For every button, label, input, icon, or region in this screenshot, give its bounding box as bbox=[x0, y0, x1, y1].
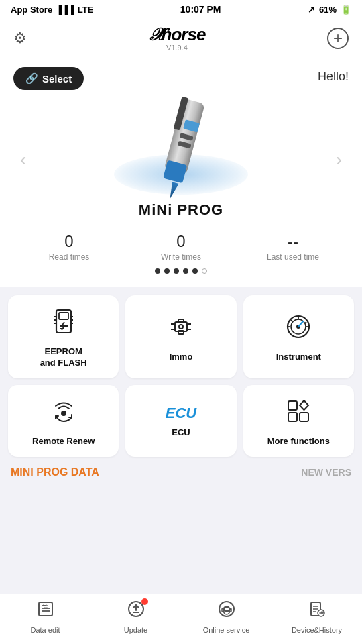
function-immo[interactable]: Immo bbox=[125, 295, 236, 378]
svg-point-24 bbox=[179, 325, 183, 329]
stats-row: 0 Read times 0 Write times -- Last used … bbox=[13, 232, 349, 262]
nav-update[interactable]: Update bbox=[90, 600, 181, 635]
app-header: ⚙ 𝒳horse V1.9.4 + bbox=[0, 19, 362, 60]
functions-grid: EEPROMand FLASH Immo bbox=[8, 295, 354, 457]
instrument-label: Instrument bbox=[276, 352, 321, 363]
battery-label: 61% bbox=[319, 5, 337, 15]
status-bar: App Store ▐▐▐ LTE 10:07 PM ↗ 61% 🔋 bbox=[0, 0, 362, 19]
update-icon bbox=[127, 600, 145, 623]
update-label: Update bbox=[124, 626, 147, 635]
functions-section: EEPROMand FLASH Immo bbox=[0, 287, 362, 462]
bottom-nav: FF FF Data edit Update bbox=[0, 594, 362, 644]
svg-rect-17 bbox=[175, 322, 187, 331]
settings-icon[interactable]: ⚙ bbox=[13, 30, 27, 47]
device-history-icon bbox=[308, 600, 326, 623]
data-section: MINI PROG DATA NEW VERS bbox=[0, 462, 362, 484]
remote-icon bbox=[50, 397, 78, 429]
nav-data-edit[interactable]: FF FF Data edit bbox=[0, 600, 90, 635]
online-service-label: Online service bbox=[203, 626, 250, 635]
svg-rect-18 bbox=[178, 319, 184, 323]
new-version-label[interactable]: NEW VERS bbox=[301, 467, 351, 478]
last-used-label: Last used time bbox=[267, 252, 319, 262]
eeprom-icon bbox=[50, 307, 78, 339]
battery-icon: 🔋 bbox=[341, 5, 351, 15]
carousel-dots bbox=[13, 268, 349, 274]
svg-rect-36 bbox=[288, 413, 297, 421]
nav-device-history[interactable]: Device&History bbox=[272, 600, 362, 635]
svg-marker-5 bbox=[168, 182, 179, 200]
remote-label: Remote Renew bbox=[32, 436, 95, 447]
dot-4[interactable] bbox=[183, 268, 188, 274]
dot-3[interactable] bbox=[174, 268, 179, 274]
write-times-stat: 0 Write times bbox=[125, 232, 237, 262]
dot-1[interactable] bbox=[155, 268, 160, 274]
online-service-icon bbox=[217, 600, 236, 623]
nav-online-service[interactable]: Online service bbox=[181, 600, 272, 635]
device-history-label: Device&History bbox=[292, 626, 342, 635]
read-times-label: Read times bbox=[49, 252, 90, 262]
data-edit-icon: FF FF bbox=[36, 600, 55, 623]
instrument-icon bbox=[284, 313, 312, 345]
svg-rect-35 bbox=[288, 401, 297, 410]
prev-device-arrow[interactable]: ‹ bbox=[20, 149, 26, 170]
more-label: More functions bbox=[267, 436, 330, 447]
svg-rect-8 bbox=[59, 313, 68, 319]
svg-rect-37 bbox=[300, 413, 308, 421]
network-type: LTE bbox=[78, 5, 94, 15]
mini-prog-data-title: MINI PROG DATA bbox=[11, 466, 99, 478]
device-pen-image bbox=[144, 96, 218, 200]
svg-rect-19 bbox=[178, 331, 184, 334]
device-image bbox=[94, 94, 268, 201]
svg-line-28 bbox=[298, 321, 303, 327]
update-badge bbox=[141, 598, 148, 605]
svg-line-30 bbox=[305, 322, 306, 323]
ecu-label: ECU bbox=[172, 427, 190, 439]
more-icon bbox=[284, 397, 312, 429]
device-card: 🔗 Select Hello! ‹ › bbox=[0, 60, 362, 287]
app-logo: 𝒳horse bbox=[149, 24, 206, 45]
read-times-value: 0 bbox=[64, 232, 73, 251]
function-more[interactable]: More functions bbox=[243, 385, 354, 457]
immo-label: Immo bbox=[170, 352, 193, 363]
data-edit-label: Data edit bbox=[30, 626, 60, 635]
function-eeprom[interactable]: EEPROMand FLASH bbox=[8, 295, 119, 378]
version-label: V1.9.4 bbox=[166, 44, 188, 52]
immo-icon bbox=[167, 313, 195, 345]
dot-6[interactable] bbox=[202, 268, 207, 274]
eeprom-label: EEPROMand FLASH bbox=[40, 346, 87, 369]
status-time: 10:07 PM bbox=[180, 4, 221, 15]
function-ecu[interactable]: ECU ECU bbox=[125, 385, 236, 457]
last-used-value: -- bbox=[288, 232, 298, 251]
location-icon: ↗ bbox=[308, 5, 315, 15]
function-instrument[interactable]: Instrument bbox=[243, 295, 354, 378]
dot-2[interactable] bbox=[164, 268, 170, 274]
ecu-icon: ECU bbox=[166, 406, 196, 421]
write-times-label: Write times bbox=[161, 252, 201, 262]
read-times-stat: 0 Read times bbox=[13, 232, 125, 262]
svg-line-33 bbox=[291, 320, 292, 321]
logo-area: 𝒳horse V1.9.4 bbox=[149, 24, 206, 52]
select-button[interactable]: 🔗 Select bbox=[13, 67, 84, 90]
next-device-arrow[interactable]: › bbox=[336, 149, 342, 170]
dot-5[interactable] bbox=[192, 268, 198, 274]
last-used-stat: -- Last used time bbox=[237, 232, 349, 262]
function-remote[interactable]: Remote Renew bbox=[8, 385, 119, 457]
hello-text: Hello! bbox=[318, 70, 349, 84]
svg-text:FF: FF bbox=[43, 606, 47, 610]
device-name: MiNi PROG bbox=[139, 201, 223, 219]
svg-point-34 bbox=[61, 411, 66, 416]
device-visual: ‹ › bbox=[13, 94, 349, 225]
app-store-label: App Store bbox=[11, 5, 52, 15]
link-icon: 🔗 bbox=[25, 72, 38, 85]
signal-icon: ▐▐▐ bbox=[56, 5, 74, 15]
add-button[interactable]: + bbox=[327, 28, 349, 49]
write-times-value: 0 bbox=[176, 232, 185, 251]
